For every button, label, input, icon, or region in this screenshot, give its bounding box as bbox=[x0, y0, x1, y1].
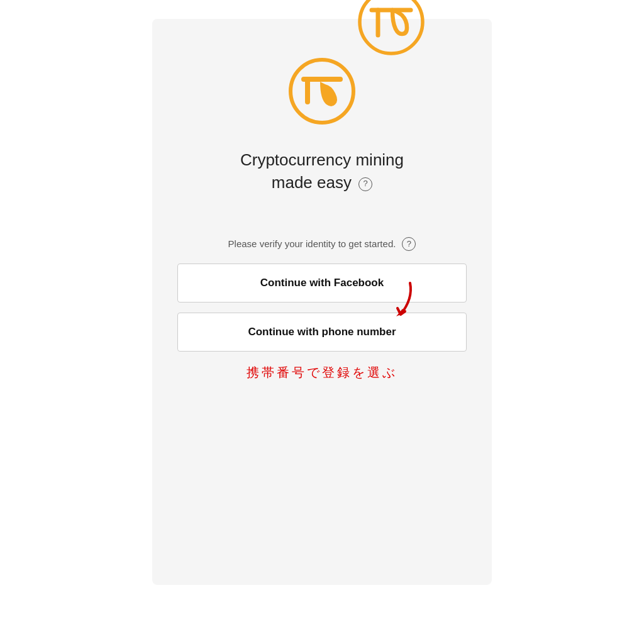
verify-text-label: Please verify your identity to get start… bbox=[228, 238, 396, 249]
tagline-line1: Cryptocurrency mining bbox=[240, 150, 404, 169]
phone-button[interactable]: Continue with phone number bbox=[177, 313, 467, 352]
phone-frame: Cryptocurrency mining made easy ? Please… bbox=[152, 19, 492, 585]
verify-text: Please verify your identity to get start… bbox=[228, 237, 416, 251]
japanese-annotation: 携帯番号で登録を選ぶ bbox=[247, 364, 397, 381]
pi-logo bbox=[287, 57, 357, 126]
tagline-help-icon[interactable]: ? bbox=[358, 177, 372, 191]
phone-btn-container: Continue with phone number bbox=[177, 313, 467, 352]
tagline-line2: made easy bbox=[272, 173, 352, 192]
svg-rect-2 bbox=[305, 79, 310, 104]
arrow-annotation bbox=[379, 280, 416, 324]
facebook-button[interactable]: Continue with Facebook bbox=[177, 264, 467, 303]
verify-help-icon[interactable]: ? bbox=[402, 237, 416, 251]
tagline: Cryptocurrency mining made easy ? bbox=[240, 148, 404, 194]
logo-container bbox=[287, 57, 357, 128]
pi-logo-svg bbox=[357, 0, 426, 57]
